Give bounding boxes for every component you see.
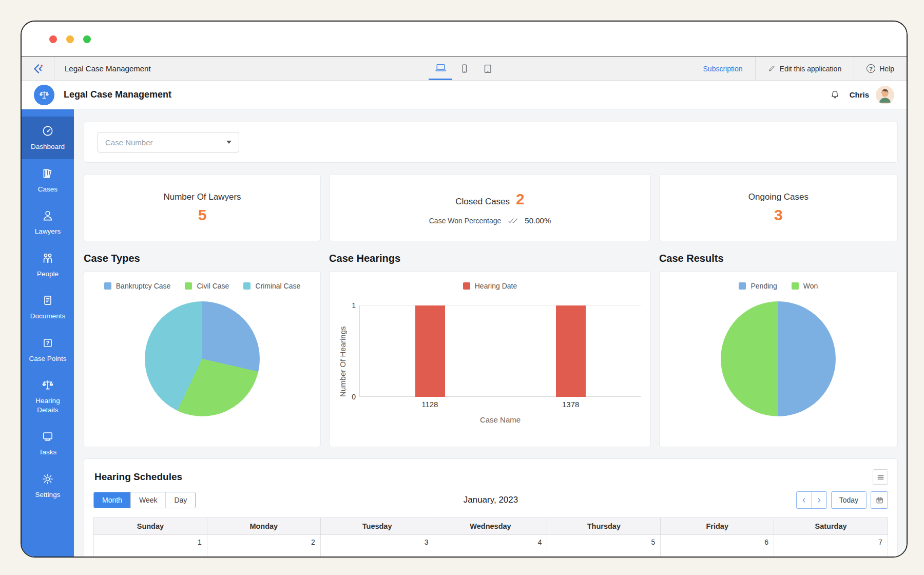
app-header: Legal Case Management Chris (22, 81, 907, 109)
scales-icon (41, 378, 54, 392)
page-title: Legal Case Management (64, 89, 171, 100)
case-types-pie (145, 301, 260, 416)
sidebar-item-dashboard[interactable]: Dashboard (22, 117, 74, 159)
weekday-header: Monday (207, 518, 321, 534)
calendar-weekday-header: SundayMondayTuesdayWednesdayThursdayFrid… (93, 518, 888, 535)
sidebar-item-hearing-details[interactable]: Hearing Details (22, 371, 74, 422)
minimize-button[interactable] (66, 35, 74, 43)
sidebar-item-label: Lawyers (35, 227, 61, 236)
case-number-placeholder: Case Number (105, 138, 153, 147)
view-month-button[interactable]: Month (94, 492, 130, 508)
sidebar-item-label: Cases (38, 185, 57, 194)
case-hearings-legend: Hearing Date (330, 282, 650, 290)
calendar-controls: MonthWeekDay January, 2023 Today (84, 491, 897, 509)
sidebar-item-label: People (37, 270, 59, 279)
calendar-day-cell[interactable]: 3 (321, 535, 434, 557)
bell-icon (830, 89, 840, 100)
toolbar-actions: Subscription Edit this application ? Hel… (691, 57, 907, 80)
case-types-column: Case Types Bankruptcy CaseCivil CaseCrim… (84, 241, 321, 447)
sidebar-item-lawyers[interactable]: Lawyers (22, 201, 74, 244)
creator-logo-icon[interactable] (22, 57, 54, 80)
case-results-chart: PendingWon (659, 271, 898, 447)
toolbar-app-name: Legal Case Management (54, 57, 151, 80)
sidebar-item-label: Settings (35, 490, 61, 500)
sidebar-item-case-points[interactable]: ?Case Points (22, 329, 74, 371)
pencil-icon (768, 65, 776, 72)
scales-icon (38, 89, 50, 101)
legend-swatch (104, 282, 111, 290)
sidebar-item-documents[interactable]: Documents (22, 286, 74, 329)
notifications-button[interactable] (830, 89, 840, 100)
legend-swatch (243, 282, 251, 290)
calendar-icon (875, 496, 884, 505)
calendar-day-cell[interactable]: 1 (94, 535, 207, 557)
books-icon (41, 167, 54, 180)
legend-item: Pending (739, 282, 777, 290)
legend-swatch (739, 282, 746, 290)
case-results-column: Case Results PendingWon (659, 241, 898, 447)
chevron-down-icon (226, 141, 232, 144)
legend-item: Civil Case (185, 282, 229, 290)
legend-item: Hearing Date (463, 282, 517, 290)
legend-swatch (463, 282, 470, 290)
prev-month-button[interactable] (797, 492, 812, 508)
user-name: Chris (850, 90, 869, 99)
person-icon (41, 209, 54, 222)
lawyers-stat-label: Number Of Lawyers (163, 192, 241, 202)
laptop-preview-icon[interactable] (429, 57, 452, 80)
view-week-button[interactable]: Week (130, 492, 166, 508)
calendar-day-cell[interactable]: 5 (547, 535, 661, 557)
sidebar-item-settings[interactable]: Settings (22, 465, 74, 507)
weekday-header: Tuesday (321, 518, 434, 534)
edit-application-button[interactable]: Edit this application (755, 57, 854, 80)
case-number-select[interactable]: Case Number (98, 132, 239, 152)
x-tick-label: 1128 (421, 400, 438, 409)
calendar-menu-button[interactable] (873, 469, 888, 485)
sidebar-item-tasks[interactable]: Tasks (22, 422, 74, 465)
datepicker-button[interactable] (871, 491, 888, 509)
weekday-header: Wednesday (434, 518, 548, 534)
ongoing-cases-label: Ongoing Cases (748, 192, 808, 202)
case-results-pie (721, 301, 836, 416)
calendar-day-cell[interactable]: 4 (434, 535, 548, 557)
hearings-plot (359, 305, 641, 397)
calendar-day-cell[interactable]: 2 (207, 535, 321, 557)
help-label: Help (879, 65, 894, 73)
sidebar-item-label: Case Points (29, 354, 67, 363)
sidebar-item-cases[interactable]: Cases (22, 159, 74, 202)
hearings-xlabels: 11281378 (359, 400, 641, 411)
legend-item: Criminal Case (243, 282, 300, 290)
phone-preview-icon[interactable] (452, 57, 476, 80)
hearing-schedules-title: Hearing Schedules (94, 471, 182, 483)
help-button[interactable]: ? Help (854, 57, 907, 80)
double-check-icon (508, 217, 518, 224)
zoom-button[interactable] (83, 35, 91, 43)
hearing-schedules-card: Hearing Schedules MonthWeekDay January, … (84, 458, 898, 557)
case-won-percentage-value: 50.00% (525, 216, 551, 225)
legend-label: Bankruptcy Case (116, 282, 171, 290)
view-day-button[interactable]: Day (165, 492, 195, 508)
gear-icon (41, 472, 54, 486)
app-logo (34, 85, 54, 105)
calendar-period: January, 2023 (84, 495, 897, 505)
stats-row: Number Of Lawyers 5 Closed Cases 2 Case … (84, 174, 898, 241)
case-types-chart: Bankruptcy CaseCivil CaseCriminal Case (84, 271, 321, 447)
weekday-header: Friday (661, 518, 774, 534)
tablet-preview-icon[interactable] (476, 57, 499, 80)
closed-cases-label: Closed Cases (455, 197, 510, 207)
subscription-link[interactable]: Subscription (691, 57, 755, 80)
calendar-day-cell[interactable]: 7 (774, 535, 888, 557)
sidebar-item-people[interactable]: People (22, 244, 74, 286)
next-month-button[interactable] (812, 492, 826, 508)
close-button[interactable] (49, 35, 57, 43)
subscription-label: Subscription (703, 65, 743, 73)
case-hearings-column: Case Hearings Hearing Date Number Of Hea… (329, 241, 651, 447)
user-menu[interactable]: Chris (850, 86, 894, 104)
bar-1378 (556, 305, 586, 397)
case-types-legend: Bankruptcy CaseCivil CaseCriminal Case (84, 282, 320, 290)
legend-swatch (792, 282, 799, 290)
document-icon (41, 294, 54, 307)
calendar-day-cell[interactable]: 6 (661, 535, 774, 557)
today-button[interactable]: Today (831, 491, 867, 509)
legend-label: Hearing Date (475, 282, 517, 290)
